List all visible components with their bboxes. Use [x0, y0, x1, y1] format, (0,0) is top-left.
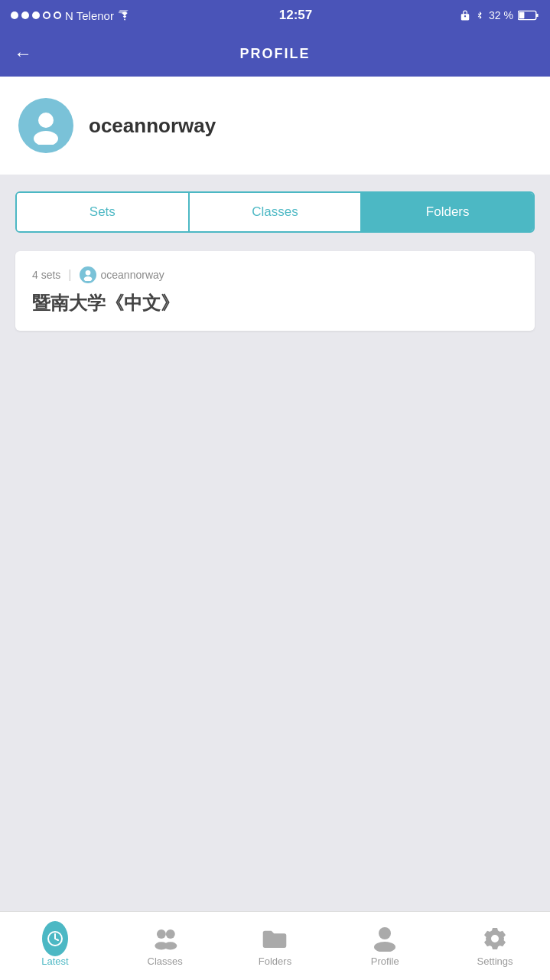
bluetooth-icon — [475, 10, 484, 21]
lock-icon — [460, 10, 470, 21]
card-user-icon — [82, 269, 94, 281]
card-user-avatar — [80, 266, 96, 283]
header: ← PROFILE — [0, 31, 550, 77]
status-bar: N Telenor 12:57 32 % — [0, 0, 550, 31]
profile-icon — [372, 926, 398, 952]
card-list: 4 sets | oceannorway 暨南大学《中文》 — [0, 240, 550, 341]
classes-svg-icon — [152, 927, 178, 950]
svg-point-12 — [379, 927, 391, 939]
signal-dots — [11, 11, 61, 19]
nav-folders[interactable]: Folders — [220, 926, 330, 967]
card-meta: 4 sets | oceannorway — [32, 266, 518, 283]
classes-icon — [152, 926, 178, 952]
svg-point-6 — [83, 276, 92, 281]
battery-icon — [518, 10, 539, 21]
nav-profile[interactable]: Profile — [330, 926, 440, 967]
nav-classes[interactable]: Classes — [110, 926, 220, 967]
carrier-label: N Telenor — [65, 9, 114, 22]
dot1 — [11, 11, 18, 19]
dot4 — [43, 11, 50, 19]
folders-label: Folders — [259, 956, 291, 967]
wifi-icon — [118, 10, 132, 21]
sets-count: 4 sets — [32, 269, 60, 281]
card-owner: oceannorway — [101, 269, 164, 281]
battery-label: 32 % — [489, 9, 513, 21]
avatar — [18, 98, 73, 153]
tabs-wrapper: Sets Classes Folders — [0, 175, 550, 240]
clock-icon — [46, 929, 64, 948]
gear-icon — [483, 926, 507, 951]
dot5 — [54, 11, 61, 19]
status-left: N Telenor — [11, 9, 132, 22]
status-right: 32 % — [460, 9, 539, 21]
svg-point-4 — [34, 131, 58, 145]
nav-latest[interactable]: Latest — [0, 926, 110, 967]
folders-icon — [262, 926, 288, 952]
tabs-container: Sets Classes Folders — [15, 191, 535, 233]
settings-label: Settings — [477, 956, 513, 967]
classes-label: Classes — [148, 956, 183, 967]
latest-label: Latest — [41, 956, 68, 967]
svg-point-9 — [166, 929, 175, 939]
profile-label: Profile — [371, 956, 399, 967]
time-display: 12:57 — [279, 8, 312, 23]
tab-classes[interactable]: Classes — [190, 193, 363, 231]
back-button[interactable]: ← — [14, 43, 32, 64]
bottom-nav: Latest Classes Folders — [0, 911, 550, 980]
latest-icon — [42, 926, 68, 952]
meta-divider: | — [68, 268, 71, 282]
tab-folders[interactable]: Folders — [362, 193, 533, 231]
svg-point-11 — [164, 942, 177, 949]
dot2 — [21, 11, 29, 19]
page-title: PROFILE — [239, 46, 310, 62]
svg-point-8 — [157, 929, 166, 939]
folder-svg-icon — [262, 927, 288, 950]
folder-card[interactable]: 4 sets | oceannorway 暨南大学《中文》 — [15, 251, 535, 331]
content-area: oceannorway Sets Classes Folders 4 sets … — [0, 77, 550, 911]
tab-sets[interactable]: Sets — [17, 193, 190, 231]
profile-svg-icon — [373, 926, 396, 952]
svg-point-13 — [374, 942, 395, 952]
card-title: 暨南大学《中文》 — [32, 291, 518, 315]
svg-rect-2 — [519, 12, 524, 18]
card-user: oceannorway — [80, 266, 164, 283]
settings-icon — [482, 926, 508, 952]
profile-section: oceannorway — [0, 77, 550, 175]
svg-point-3 — [38, 113, 54, 128]
svg-point-5 — [85, 270, 90, 276]
svg-rect-1 — [536, 14, 539, 17]
dot3 — [32, 11, 40, 19]
avatar-icon — [27, 106, 65, 145]
nav-settings[interactable]: Settings — [440, 926, 550, 967]
username-label: oceannorway — [89, 114, 216, 138]
